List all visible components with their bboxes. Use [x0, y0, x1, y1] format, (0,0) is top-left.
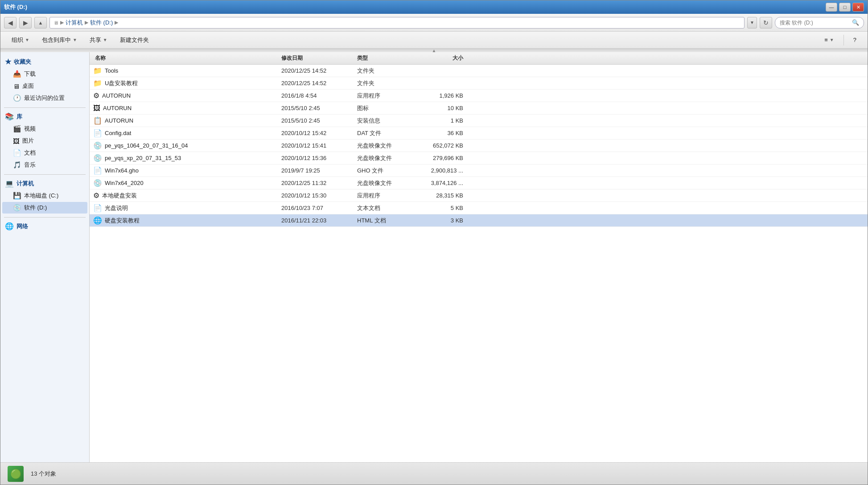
file-rows-container: 📁 Tools 2020/12/25 14:52 文件夹 📁 U盘安装教程 20… — [90, 65, 868, 227]
file-size-cell: 1,926 KB — [411, 92, 469, 99]
sidebar-item-desktop[interactable]: 🖥 桌面 — [2, 80, 87, 92]
table-row[interactable]: 💿 Win7x64_2020 2020/12/25 11:32 光盘映像文件 3… — [90, 177, 868, 189]
table-row[interactable]: ⚙ 本地硬盘安装 2020/10/12 15:30 应用程序 28,315 KB — [90, 189, 868, 202]
table-row[interactable]: 📄 Win7x64.gho 2019/9/7 19:25 GHO 文件 2,90… — [90, 164, 868, 177]
file-type-cell: 安装信息 — [357, 117, 411, 125]
sidebar-item-music[interactable]: 🎵 音乐 — [2, 159, 87, 171]
sidebar-header-favorites[interactable]: ★ 收藏夹 — [0, 56, 89, 68]
sidebar-item-pictures[interactable]: 🖼 图片 — [2, 135, 87, 147]
path-sep-3: ▶ — [115, 20, 118, 25]
path-computer[interactable]: 计算机 — [66, 19, 83, 27]
col-header-type[interactable]: 类型 — [357, 54, 411, 62]
up-button[interactable]: ▲ — [34, 17, 47, 29]
file-date-cell: 2020/10/12 15:41 — [281, 142, 357, 149]
downloads-icon: 📥 — [13, 70, 21, 78]
sidebar-header-network[interactable]: 🌐 网络 — [0, 220, 89, 232]
file-name-cell: 🌐 硬盘安装教程 — [90, 216, 281, 225]
include-button[interactable]: 包含到库中 ▼ — [36, 34, 83, 46]
main-content: ★ 收藏夹 📥 下载 🖥 桌面 🕐 最近访问的位置 — [0, 52, 868, 462]
col-header-name[interactable]: 名称 — [90, 54, 281, 62]
file-type-cell: 光盘映像文件 — [357, 179, 411, 187]
minimize-button[interactable]: — — [826, 3, 837, 12]
new-folder-button[interactable]: 新建文件夹 — [114, 34, 155, 46]
table-row[interactable]: 💿 pe_yqs_1064_20_07_31_16_04 2020/10/12 … — [90, 140, 868, 152]
filelist: 名称 修改日期 类型 大小 📁 Tools 2020/12/25 14:52 文… — [90, 52, 868, 462]
file-size-cell: 5 KB — [411, 205, 469, 211]
file-name-cell: 🖼 AUTORUN — [90, 104, 281, 112]
share-button[interactable]: 共享 ▼ — [84, 34, 113, 46]
file-name-label: Config.dat — [105, 130, 131, 136]
file-name-label: U盘安装教程 — [105, 79, 138, 87]
search-input[interactable] — [780, 20, 849, 26]
maximize-button[interactable]: □ — [839, 3, 851, 12]
window-title: 软件 (D:) — [4, 3, 27, 11]
table-row[interactable]: 🌐 硬盘安装教程 2016/11/21 22:03 HTML 文档 3 KB — [90, 214, 868, 227]
sidebar-item-docs[interactable]: 📄 文档 — [2, 147, 87, 159]
file-size-cell: 2,900,813 ... — [411, 167, 469, 174]
file-type-cell: HTML 文档 — [357, 217, 411, 225]
sidebar-header-library[interactable]: 📚 库 — [0, 111, 89, 123]
scroll-indicator[interactable]: ▲ — [0, 49, 868, 52]
back-button[interactable]: ◀ — [4, 17, 16, 29]
sidebar-item-video[interactable]: 🎬 视频 — [2, 123, 87, 135]
search-icon: 🔍 — [852, 19, 859, 26]
file-icon: 🖼 — [93, 104, 100, 112]
col-header-size[interactable]: 大小 — [411, 54, 469, 62]
sidebar-item-downloads[interactable]: 📥 下载 — [2, 68, 87, 80]
file-icon: 📄 — [93, 166, 102, 175]
sidebar-section-favorites: ★ 收藏夹 📥 下载 🖥 桌面 🕐 最近访问的位置 — [0, 56, 89, 104]
table-row[interactable]: ⚙ AUTORUN 2016/1/8 4:54 应用程序 1,926 KB — [90, 90, 868, 102]
addressbar: ◀ ▶ ▲ 🖥 ▶ 计算机 ▶ 软件 (D:) ▶ ▼ ↻ 🔍 — [0, 14, 868, 32]
view-button[interactable]: ≡ ▼ — [819, 34, 840, 46]
file-name-label: pe_yqs_xp_20_07_31_15_53 — [105, 155, 181, 161]
sidebar-item-recent[interactable]: 🕐 最近访问的位置 — [2, 92, 87, 104]
file-type-cell: DAT 文件 — [357, 129, 411, 137]
filelist-header: 名称 修改日期 类型 大小 — [90, 52, 868, 65]
file-date-cell: 2016/11/21 22:03 — [281, 217, 357, 224]
file-name-cell: 📄 光盘说明 — [90, 204, 281, 212]
file-date-cell: 2020/10/12 15:30 — [281, 192, 357, 199]
file-icon: ⚙ — [93, 191, 99, 200]
help-icon: ? — [853, 37, 856, 43]
table-row[interactable]: 📁 U盘安装教程 2020/12/25 14:52 文件夹 — [90, 77, 868, 90]
file-date-cell: 2020/10/12 15:36 — [281, 155, 357, 161]
toolbar-sep — [843, 35, 844, 45]
table-row[interactable]: 💿 pe_yqs_xp_20_07_31_15_53 2020/10/12 15… — [90, 152, 868, 164]
file-name-cell: ⚙ 本地硬盘安装 — [90, 191, 281, 200]
sidebar-item-d-drive[interactable]: 💿 软件 (D:) — [2, 202, 87, 214]
network-icon: 🌐 — [5, 222, 14, 230]
table-row[interactable]: 📋 AUTORUN 2015/5/10 2:45 安装信息 1 KB — [90, 115, 868, 127]
status-app-icon: 🟢 — [8, 466, 24, 482]
help-button[interactable]: ? — [847, 34, 862, 46]
file-type-cell: 光盘映像文件 — [357, 142, 411, 150]
path-drive[interactable]: 软件 (D:) — [90, 19, 113, 27]
sidebar-header-computer[interactable]: 💻 计算机 — [0, 177, 89, 189]
docs-icon: 📄 — [13, 149, 21, 157]
toolbar-right: ≡ ▼ ? — [819, 34, 862, 46]
path-sep-1: ▶ — [60, 20, 64, 25]
include-arrow: ▼ — [73, 37, 77, 42]
file-name-cell: 💿 Win7x64_2020 — [90, 179, 281, 187]
table-row[interactable]: 📄 光盘说明 2016/10/23 7:07 文本文档 5 KB — [90, 202, 868, 214]
path-sep-2: ▶ — [85, 20, 88, 25]
file-type-cell: 光盘映像文件 — [357, 154, 411, 162]
sidebar-div-2 — [4, 174, 86, 175]
col-header-date[interactable]: 修改日期 — [281, 54, 357, 62]
file-icon: 📁 — [93, 66, 102, 75]
d-drive-icon: 💿 — [13, 204, 21, 212]
file-type-cell: 文件夹 — [357, 67, 411, 75]
table-row[interactable]: 📄 Config.dat 2020/10/12 15:42 DAT 文件 36 … — [90, 127, 868, 140]
organize-button[interactable]: 组织 ▼ — [6, 34, 35, 46]
titlebar: 软件 (D:) — □ ✕ — [0, 0, 868, 14]
address-dropdown[interactable]: ▼ — [747, 17, 757, 29]
table-row[interactable]: 📁 Tools 2020/12/25 14:52 文件夹 — [90, 65, 868, 77]
file-name-label: 光盘说明 — [105, 204, 128, 212]
sidebar-item-c-drive[interactable]: 💾 本地磁盘 (C:) — [2, 190, 87, 201]
recent-icon: 🕐 — [13, 94, 21, 102]
table-row[interactable]: 🖼 AUTORUN 2015/5/10 2:45 图标 10 KB — [90, 102, 868, 115]
file-name-cell: 📄 Win7x64.gho — [90, 166, 281, 175]
forward-button[interactable]: ▶ — [19, 17, 32, 29]
statusbar: 🟢 13 个对象 — [0, 462, 868, 485]
close-button[interactable]: ✕ — [852, 3, 864, 12]
refresh-button[interactable]: ↻ — [760, 17, 772, 29]
